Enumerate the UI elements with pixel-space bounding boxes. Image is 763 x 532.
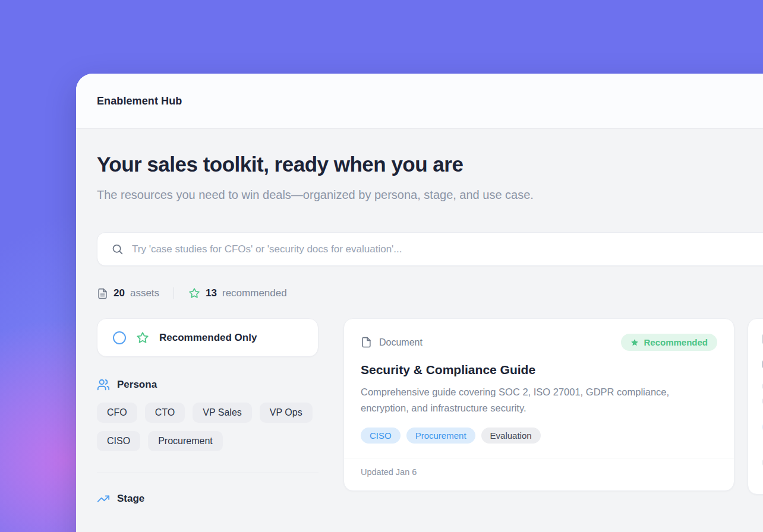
tag-procurement: Procurement <box>406 428 475 444</box>
trending-up-icon <box>97 492 110 505</box>
stats-row: 20 assets 13 recommended <box>97 287 763 299</box>
users-icon <box>97 378 110 391</box>
main-content: Your sales toolkit, ready when you are T… <box>76 153 763 505</box>
sidebar-divider <box>97 473 319 473</box>
top-bar: Enablement Hub <box>76 74 763 129</box>
stats-divider <box>174 287 174 299</box>
asset-tags: CISO Procurement Evaluation <box>361 428 717 458</box>
recommended-only-toggle[interactable]: Recommended Only <box>97 318 319 357</box>
file-icon <box>361 337 372 348</box>
page-subtitle: The resources you need to win deals—orga… <box>97 185 584 205</box>
radio-circle-icon[interactable] <box>113 331 126 344</box>
asset-card-partially-visible[interactable] <box>748 318 763 495</box>
assets-count-label: assets <box>130 287 159 299</box>
star-icon <box>630 338 639 347</box>
recommended-count-value: 13 <box>206 287 217 299</box>
star-icon <box>188 287 200 299</box>
app-title: Enablement Hub <box>97 95 182 107</box>
file-text-icon <box>97 288 108 299</box>
persona-chip-procurement[interactable]: Procurement <box>148 431 223 451</box>
asset-type-label: Document <box>379 337 423 348</box>
search-icon <box>111 243 124 255</box>
recommended-count-label: recommended <box>222 287 287 299</box>
recommended-count: 13 recommended <box>188 287 287 299</box>
filter-sidebar: Recommended Only Persona CFO CTO VP Sale… <box>97 318 319 505</box>
enablement-hub-window: Enablement Hub Your sales toolkit, ready… <box>76 74 763 532</box>
tag-ciso: CISO <box>361 428 401 444</box>
asset-description: Comprehensive guide covering SOC 2, ISO … <box>361 384 717 416</box>
persona-section-label: Persona <box>117 379 157 391</box>
persona-chip-vp-ops[interactable]: VP Ops <box>260 403 313 423</box>
stage-section-header: Stage <box>97 492 319 505</box>
persona-chip-cfo[interactable]: CFO <box>97 403 137 423</box>
persona-chip-ciso[interactable]: CISO <box>97 431 140 451</box>
recommended-only-label: Recommended Only <box>159 332 257 344</box>
stage-section-label: Stage <box>117 493 144 505</box>
assets-count-value: 20 <box>113 287 125 299</box>
tag-evaluation: Evaluation <box>481 428 541 444</box>
persona-section-header: Persona <box>97 378 319 391</box>
asset-card-security-compliance-guide[interactable]: Document Recommended Security & Complian… <box>343 318 734 491</box>
asset-updated-date: Updated Jan 6 <box>344 458 734 490</box>
recommended-badge: Recommended <box>621 334 717 351</box>
persona-chip-vp-sales[interactable]: VP Sales <box>193 403 252 423</box>
recommended-badge-label: Recommended <box>644 337 708 347</box>
search-bar[interactable] <box>97 232 763 266</box>
asset-card-grid: Document Recommended Security & Complian… <box>343 318 763 495</box>
search-input[interactable] <box>132 243 763 255</box>
asset-title: Security & Compliance Guide <box>361 363 717 377</box>
persona-chip-cto[interactable]: CTO <box>145 403 185 423</box>
assets-count: 20 assets <box>97 287 159 299</box>
page-title: Your sales toolkit, ready when you are <box>97 153 763 176</box>
star-icon <box>136 331 149 344</box>
persona-filter-chips: CFO CTO VP Sales VP Ops CISO Procurement <box>97 403 319 451</box>
